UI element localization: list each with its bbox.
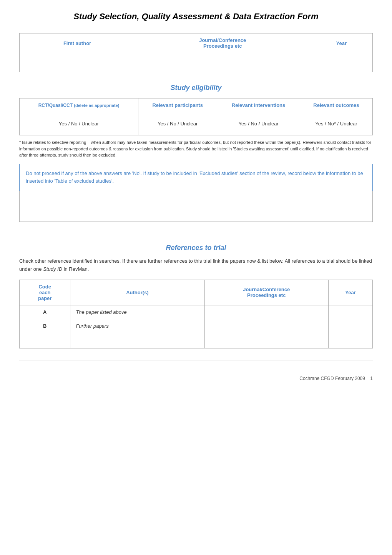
page-title: Study Selection, Quality Assessment & Da… — [19, 12, 373, 22]
ref-journal-a[interactable] — [204, 305, 328, 319]
ref-row-b: B Further papers — [20, 319, 373, 333]
ref-journal-empty[interactable] — [204, 333, 328, 348]
rct-sub-text: (delete as appropriate) — [74, 103, 119, 108]
ref-author-b: Further papers — [70, 319, 204, 333]
study-info-table: First author Journal/ConferenceProceedin… — [19, 33, 373, 72]
ref-row-a: A The paper listed above — [20, 305, 373, 319]
rct-main-text: RCT/Quasi/CCT — [38, 103, 73, 108]
eligibility-rct-value[interactable]: Yes / No / Unclear — [20, 112, 138, 135]
references-trial-heading: References to trial — [19, 244, 373, 252]
study-id-text: Study ID — [43, 266, 62, 272]
notice-box: Do not proceed if any of the above answe… — [19, 164, 373, 192]
eligibility-table: RCT/Quasi/CCT (delete as appropriate) Re… — [19, 98, 373, 135]
eligibility-outcomes-value[interactable]: Yes / No* / Unclear — [300, 112, 372, 135]
ref-desc-end: in RevMan. — [62, 266, 89, 272]
ref-header-year: Year — [328, 280, 372, 305]
section-divider-1 — [19, 236, 373, 236]
study-info-journal-value[interactable] — [135, 53, 310, 72]
ref-author-empty[interactable] — [70, 333, 204, 348]
eligibility-header-rct: RCT/Quasi/CCT (delete as appropriate) — [20, 98, 138, 112]
ref-header-authors: Author(s) — [70, 280, 204, 305]
eligibility-header-participants: Relevant participants — [138, 98, 217, 112]
study-info-header-journal: Journal/ConferenceProceedings etc — [135, 33, 310, 53]
study-info-header-author: First author — [20, 33, 135, 53]
references-table: Codeeachpaper Author(s) Journal/Conferen… — [19, 280, 373, 348]
ref-author-a: The paper listed above — [70, 305, 204, 319]
footer-text: Cochrane CFGD February 2009 — [299, 376, 365, 381]
ref-code-b: B — [20, 319, 70, 333]
ref-header-journal: Journal/ConferenceProceedings etc — [204, 280, 328, 305]
ref-year-empty[interactable] — [328, 333, 372, 348]
eligibility-header-interventions: Relevant interventions — [217, 98, 300, 112]
eligibility-footnote: * Issue relates to selective reporting –… — [19, 139, 373, 158]
study-eligibility-heading: Study eligibility — [19, 84, 373, 92]
study-info-header-year: Year — [310, 33, 373, 53]
references-description: Check other references identified in sea… — [19, 257, 373, 273]
eligibility-interventions-value[interactable]: Yes / No / Unclear — [217, 112, 300, 135]
ref-journal-b[interactable] — [204, 319, 328, 333]
footer: Cochrane CFGD February 2009 1 — [19, 376, 373, 381]
excluded-studies-box[interactable] — [19, 191, 373, 222]
study-info-author-value[interactable] — [20, 53, 135, 72]
ref-year-b[interactable] — [328, 319, 372, 333]
study-info-year-value[interactable] — [310, 53, 373, 72]
ref-code-a: A — [20, 305, 70, 319]
ref-code-empty[interactable] — [20, 333, 70, 348]
ref-row-empty — [20, 333, 373, 348]
footer-page: 1 — [370, 376, 373, 381]
ref-header-code: Codeeachpaper — [20, 280, 70, 305]
section-divider-2 — [19, 360, 373, 360]
eligibility-participants-value[interactable]: Yes / No / Unclear — [138, 112, 217, 135]
eligibility-header-outcomes: Relevant outcomes — [300, 98, 372, 112]
ref-year-a[interactable] — [328, 305, 372, 319]
